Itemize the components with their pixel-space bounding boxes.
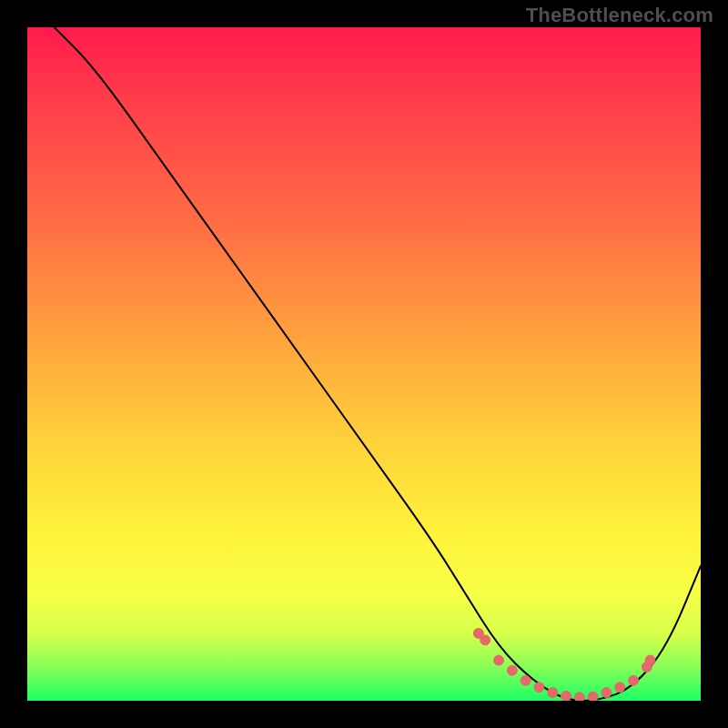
optimal-dot (645, 655, 655, 665)
optimal-dot (615, 682, 625, 693)
optimal-dot (480, 635, 490, 645)
optimal-dot (548, 688, 558, 698)
optimal-dot (561, 691, 571, 701)
optimal-dot (507, 665, 517, 675)
bottleneck-curve (55, 27, 701, 701)
optimal-dot (629, 675, 639, 685)
optimal-dot (602, 688, 612, 698)
optimal-dot (534, 682, 544, 693)
watermark-text: TheBottleneck.com (526, 4, 713, 27)
optimal-dot (588, 692, 598, 701)
optimal-dot (521, 675, 531, 685)
chart-svg-container (27, 27, 701, 701)
chart-frame: TheBottleneck.com (0, 0, 728, 728)
optimal-dot (574, 693, 584, 701)
optimal-range-markers (473, 629, 655, 702)
optimal-dot (494, 655, 504, 665)
chart-svg (27, 27, 701, 701)
plot-area (27, 27, 701, 701)
